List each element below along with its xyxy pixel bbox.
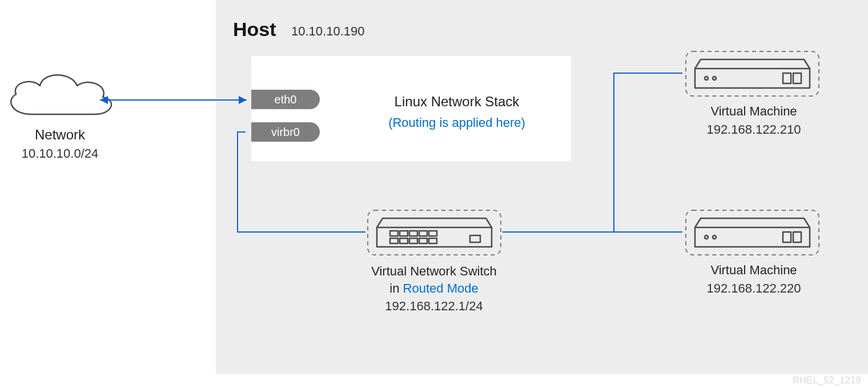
- vm1-icon: [682, 48, 822, 99]
- switch-label-line2-prefix: in: [389, 281, 403, 295]
- svg-point-25: [713, 235, 716, 239]
- svg-marker-1: [239, 96, 247, 104]
- svg-rect-15: [470, 235, 480, 242]
- svg-marker-2: [100, 96, 108, 104]
- svg-rect-13: [419, 238, 427, 243]
- vm2-label: Virtual Machine: [710, 263, 797, 277]
- virtual-switch-icon: [364, 207, 504, 258]
- svg-rect-6: [400, 231, 408, 236]
- svg-rect-11: [400, 238, 408, 243]
- vm1-label: Virtual Machine: [710, 104, 797, 118]
- svg-rect-14: [429, 238, 437, 243]
- svg-point-19: [713, 77, 716, 80]
- svg-rect-7: [409, 231, 417, 236]
- vm2-icon: [682, 207, 822, 258]
- figure-id: RHEL_52_1219: [793, 375, 861, 386]
- vm1-ip: 192.168.122.210: [668, 121, 839, 138]
- svg-point-18: [705, 77, 708, 80]
- vm1-caption: Virtual Machine 192.168.122.210: [668, 103, 839, 138]
- switch-ip: 192.168.122.1/24: [334, 298, 534, 315]
- svg-rect-26: [783, 232, 791, 242]
- svg-point-24: [705, 235, 708, 239]
- virtual-switch-caption: Virtual Network Switch in Routed Mode 19…: [334, 263, 534, 315]
- svg-rect-3: [368, 210, 501, 255]
- switch-mode: Routed Mode: [403, 281, 479, 295]
- svg-rect-9: [429, 231, 437, 236]
- svg-rect-21: [793, 73, 801, 83]
- vm2-caption: Virtual Machine 192.168.122.220: [668, 262, 839, 297]
- vm2-ip: 192.168.122.220: [668, 280, 839, 297]
- switch-label-line1: Virtual Network Switch: [371, 264, 497, 278]
- svg-rect-8: [419, 231, 427, 236]
- svg-rect-20: [783, 73, 791, 83]
- svg-rect-10: [390, 238, 398, 243]
- svg-rect-27: [793, 232, 801, 242]
- svg-rect-5: [390, 231, 398, 236]
- svg-rect-12: [409, 238, 417, 243]
